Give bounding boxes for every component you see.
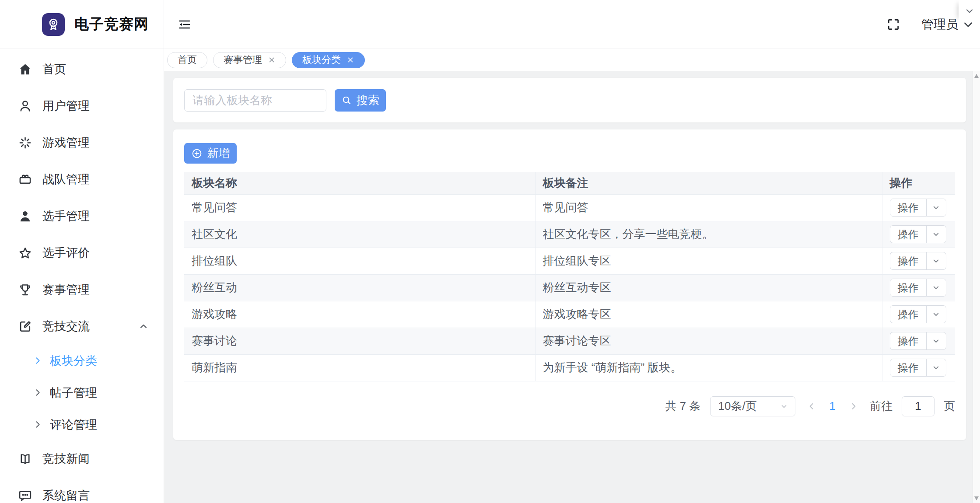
sidebar-subitem-board-category[interactable]: 板块分类: [0, 345, 164, 377]
sidebar-fold-icon[interactable]: [175, 16, 193, 33]
cell-board-name: 游戏攻略: [184, 301, 535, 328]
home-icon: [18, 63, 32, 76]
chevron-up-icon[interactable]: [138, 321, 149, 332]
row-action-button[interactable]: 操作: [890, 252, 946, 270]
cell-board-name: 常见问答: [184, 194, 535, 221]
row-action-button[interactable]: 操作: [890, 225, 946, 243]
chevron-down-icon[interactable]: [926, 332, 946, 349]
cell-board-remark: 社区文化专区，分享一些电竞梗。: [535, 221, 882, 248]
tab-overflow-button[interactable]: [959, 0, 980, 22]
cell-board-remark: 排位组队专区: [535, 248, 882, 274]
search-button[interactable]: 搜索: [335, 89, 386, 112]
sparkle-icon: [18, 136, 32, 150]
sidebar-item-exchange[interactable]: 竞技交流: [0, 308, 164, 345]
sidebar-item-news[interactable]: 竞技新闻: [0, 440, 164, 477]
sidebar-subitem-posts[interactable]: 帖子管理: [0, 377, 164, 409]
goto-label: 前往: [870, 398, 892, 414]
edit-square-icon: [18, 320, 32, 333]
plus-circle-icon: [191, 148, 203, 159]
table-row: 赛事讨论 赛事讨论专区 操作: [184, 328, 955, 354]
logo: 电子竞赛网: [0, 0, 164, 49]
sidebar-item-users[interactable]: 用户管理: [0, 87, 164, 124]
column-header-remark: 板块备注: [535, 172, 882, 194]
current-page[interactable]: 1: [828, 399, 837, 413]
medal-logo-icon: [42, 13, 65, 36]
message-bubble-icon: [18, 489, 32, 503]
trophy-icon: [18, 283, 32, 297]
row-action-button[interactable]: 操作: [890, 199, 946, 217]
tab-bar: 首页 赛事管理 板块分类: [164, 49, 980, 71]
row-action-button[interactable]: 操作: [890, 359, 946, 377]
cell-board-name: 社区文化: [184, 221, 535, 248]
sidebar-item-messages[interactable]: 系统留言: [0, 477, 164, 503]
cell-board-remark: 为新手设 “萌新指南” 版块。: [535, 354, 882, 381]
sidebar-item-games[interactable]: 游戏管理: [0, 124, 164, 161]
sidebar-item-events[interactable]: 赛事管理: [0, 271, 164, 308]
column-header-actions: 操作: [882, 172, 955, 194]
table-header-row: 板块名称 板块备注 操作: [184, 172, 955, 194]
table-row: 粉丝互动 粉丝互动专区 操作: [184, 274, 955, 301]
pagination-total: 共 7 条: [665, 398, 701, 414]
search-input[interactable]: [184, 89, 326, 112]
chevron-down-icon[interactable]: [926, 226, 946, 243]
top-header: 管理员: [164, 0, 980, 49]
main-content: 搜索 新增 板块名称 板块备注 操作 常见问答 常见问答 操作: [164, 71, 973, 503]
sidebar-item-home[interactable]: 首页: [0, 51, 164, 87]
close-icon[interactable]: [268, 56, 276, 64]
chevron-down-icon[interactable]: [926, 279, 946, 296]
cell-board-name: 排位组队: [184, 248, 535, 274]
table-panel: 新增 板块名称 板块备注 操作 常见问答 常见问答 操作 社区文化 社区: [173, 129, 966, 440]
row-action-button[interactable]: 操作: [890, 332, 946, 350]
search-icon: [341, 95, 352, 105]
tab-board-category[interactable]: 板块分类: [292, 52, 365, 68]
chevron-left-icon: [807, 402, 816, 411]
chevron-down-icon[interactable]: [926, 252, 946, 269]
user-name: 管理员: [921, 16, 958, 33]
table-row: 萌新指南 为新手设 “萌新指南” 版块。 操作: [184, 354, 955, 381]
scroll-up-arrow-icon[interactable]: [974, 74, 979, 78]
cell-board-remark: 常见问答: [535, 194, 882, 221]
chevron-right-icon: [33, 388, 42, 397]
column-header-name: 板块名称: [184, 172, 535, 194]
board-table: 板块名称 板块备注 操作 常见问答 常见问答 操作 社区文化 社区文化专区，分享…: [184, 172, 955, 381]
prev-page-button[interactable]: [807, 402, 816, 411]
sidebar: 电子竞赛网 首页 用户管理 游戏管理 战队管理: [0, 0, 164, 503]
page-unit-label: 页: [944, 398, 955, 414]
table-row: 排位组队 排位组队专区 操作: [184, 248, 955, 274]
sidebar-item-teams[interactable]: 战队管理: [0, 161, 164, 198]
tab-home[interactable]: 首页: [167, 52, 207, 68]
row-action-button[interactable]: 操作: [890, 279, 946, 297]
open-book-icon: [18, 452, 32, 466]
pagination: 共 7 条 10条/页 1 前往 页: [184, 396, 955, 416]
cell-board-name: 粉丝互动: [184, 274, 535, 301]
page-size-select[interactable]: 10条/页: [710, 396, 795, 416]
chevron-right-icon: [33, 356, 42, 365]
row-action-button[interactable]: 操作: [890, 305, 946, 323]
chevron-right-icon: [33, 420, 42, 429]
person-filled-icon: [18, 210, 32, 223]
tab-event-management[interactable]: 赛事管理: [213, 52, 286, 68]
close-icon[interactable]: [346, 56, 354, 64]
chevron-down-icon[interactable]: [926, 306, 946, 323]
chevron-down-icon[interactable]: [926, 359, 946, 376]
scroll-down-arrow-icon[interactable]: [974, 496, 979, 500]
chevron-down-icon[interactable]: [926, 199, 946, 216]
table-row: 社区文化 社区文化专区，分享一些电竞梗。 操作: [184, 221, 955, 248]
next-page-button[interactable]: [849, 402, 858, 411]
fullscreen-icon[interactable]: [886, 17, 901, 32]
goto-page-input[interactable]: [902, 396, 934, 416]
add-button[interactable]: 新增: [184, 143, 237, 164]
sidebar-item-players[interactable]: 选手管理: [0, 198, 164, 234]
pager: 1: [807, 399, 858, 413]
user-icon: [18, 99, 32, 113]
vertical-scrollbar[interactable]: [973, 71, 980, 503]
cell-board-remark: 赛事讨论专区: [535, 328, 882, 354]
table-row: 常见问答 常见问答 操作: [184, 194, 955, 221]
cell-board-remark: 游戏攻略专区: [535, 301, 882, 328]
sidebar-item-player-reviews[interactable]: 选手评价: [0, 234, 164, 271]
chevron-down-icon: [780, 402, 788, 410]
cell-board-name: 萌新指南: [184, 354, 535, 381]
sidebar-subitem-comments[interactable]: 评论管理: [0, 409, 164, 440]
cell-board-name: 赛事讨论: [184, 328, 535, 354]
sidebar-menu: 首页 用户管理 游戏管理 战队管理 选手管理 选手评: [0, 49, 164, 503]
